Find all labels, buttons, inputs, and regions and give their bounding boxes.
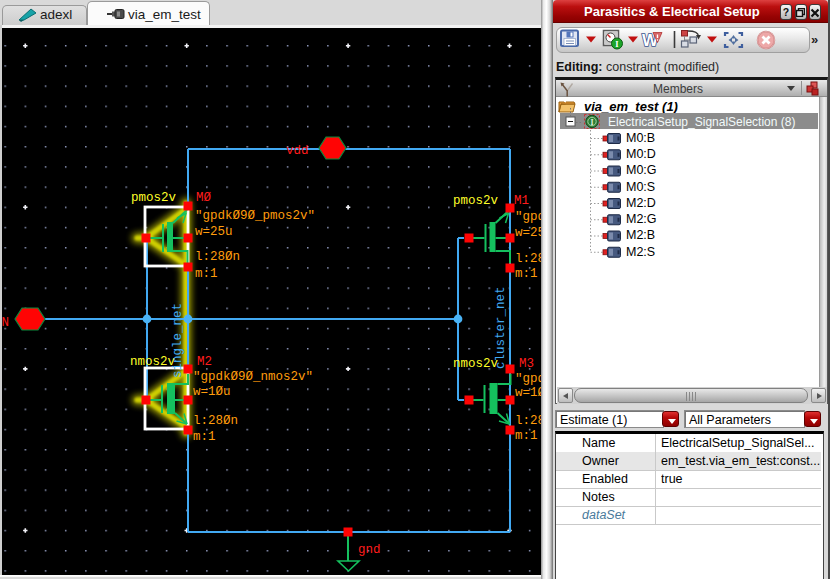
svg-text:M1: M1: [514, 194, 529, 208]
svg-text:"gpdkØ9Ø_pmos2v": "gpdkØ9Ø_pmos2v": [515, 210, 541, 224]
svg-text:nmos2v: nmos2v: [453, 357, 499, 371]
svg-text:MØ: MØ: [196, 191, 212, 205]
svg-text:w=25u: w=25u: [515, 226, 541, 240]
svg-text:w=1Øu: w=1Øu: [515, 386, 541, 400]
svg-text:w=25u: w=25u: [195, 225, 233, 239]
svg-text:M3: M3: [519, 357, 534, 371]
svg-text:w=1Øu: w=1Øu: [193, 385, 231, 399]
svg-text:gnd: gnd: [358, 543, 381, 557]
svg-text:nmos2v: nmos2v: [130, 355, 176, 369]
svg-text:l:28Øn: l:28Øn: [193, 414, 238, 428]
svg-text:m:1: m:1: [195, 267, 218, 281]
svg-text:"gpdkØ9Ø_nmos2v": "gpdkØ9Ø_nmos2v": [515, 372, 541, 386]
svg-text:m:1: m:1: [515, 429, 538, 443]
svg-text:m:1: m:1: [515, 267, 538, 281]
svg-text:"gpdkØ9Ø_pmos2v": "gpdkØ9Ø_pmos2v": [195, 209, 315, 223]
svg-text:pmos2v: pmos2v: [453, 194, 499, 208]
svg-text:M2: M2: [197, 355, 212, 369]
svg-text:vdd: vdd: [286, 144, 309, 158]
svg-text:IN: IN: [2, 316, 9, 330]
svg-text:l:28Øn: l:28Øn: [515, 252, 541, 266]
svg-text:l:28Øn: l:28Øn: [195, 250, 240, 264]
svg-text:cluster_net: cluster_net: [494, 286, 508, 369]
svg-text:m:1: m:1: [193, 430, 216, 444]
svg-text:pmos2v: pmos2v: [131, 191, 177, 205]
svg-text:l:28Øn: l:28Øn: [515, 414, 541, 428]
svg-text:"gpdkØ9Ø_nmos2v": "gpdkØ9Ø_nmos2v": [193, 370, 313, 384]
svg-text:single_net: single_net: [171, 303, 185, 378]
